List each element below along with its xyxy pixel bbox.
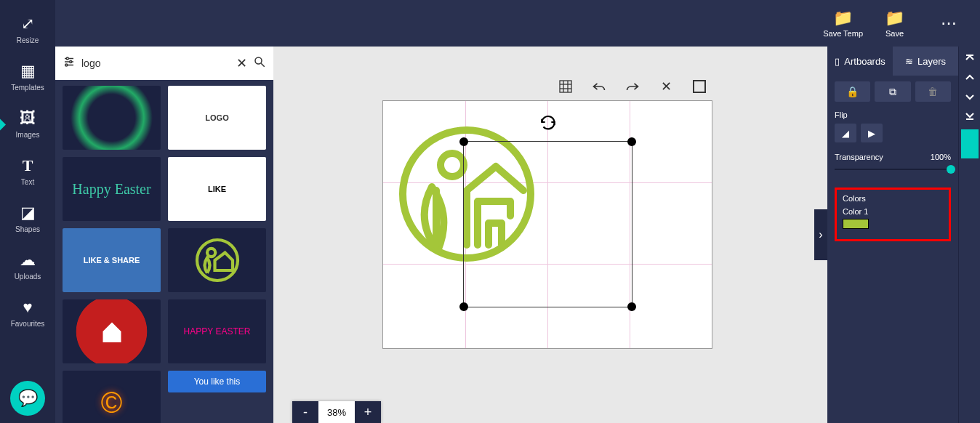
properties-panel: › ▯ Artboards ≋ Layers 🔒 ⧉ 🗑 Flip ◢ ▶ Tr… xyxy=(827,47,958,423)
colors-title: Colors xyxy=(843,194,943,203)
tab-artboards[interactable]: ▯ Artboards xyxy=(827,47,893,76)
right-rail xyxy=(958,47,980,423)
image-thumb[interactable]: LOGO xyxy=(168,86,266,150)
flip-h-icon: ◢ xyxy=(842,128,849,139)
image-thumb[interactable]: LIKE & SHARE xyxy=(63,228,161,292)
duplicate-button[interactable]: ⧉ xyxy=(875,81,910,102)
text-icon: T xyxy=(23,156,33,175)
grid-toggle-button[interactable] xyxy=(558,78,574,94)
flip-horizontal-button[interactable]: ◢ xyxy=(835,124,856,142)
nav-templates-label: Templates xyxy=(11,84,44,92)
color1-label: Color 1 xyxy=(843,207,943,216)
transparency-slider[interactable] xyxy=(835,169,951,170)
svg-point-1 xyxy=(66,57,68,60)
rail-move-bottom-button[interactable] xyxy=(961,108,979,125)
right-tabs: ▯ Artboards ≋ Layers xyxy=(827,47,958,76)
zoom-out-button[interactable]: - xyxy=(292,401,318,423)
folder-icon: 📁 xyxy=(885,9,904,28)
save-button[interactable]: 📁 Save xyxy=(885,9,904,38)
flip-vertical-button[interactable]: ▶ xyxy=(861,124,883,142)
image-thumb[interactable] xyxy=(63,299,161,363)
shapes-icon: ◪ xyxy=(20,204,36,222)
close-artboard-button[interactable]: ✕ xyxy=(658,78,674,94)
square-icon xyxy=(693,80,706,93)
image-thumb[interactable]: Happy Easter xyxy=(63,157,161,221)
image-thumb[interactable]: LIKE xyxy=(168,157,266,221)
chat-button[interactable]: 💬 xyxy=(10,381,45,416)
rotate-handle[interactable] xyxy=(539,113,558,135)
colors-section: Colors Color 1 xyxy=(835,188,951,241)
flip-label: Flip xyxy=(827,108,958,122)
save-temp-button[interactable]: 📁 Save Temp xyxy=(823,9,863,38)
svg-point-16 xyxy=(441,153,464,177)
lock-button[interactable]: 🔒 xyxy=(835,81,870,102)
folder-temp-icon: 📁 xyxy=(833,9,853,28)
zoom-in-button[interactable]: + xyxy=(355,401,381,423)
svg-point-9 xyxy=(207,249,215,257)
resize-handle-bl[interactable] xyxy=(459,302,468,311)
chevron-double-down-icon xyxy=(965,110,975,123)
nav-resize-label: Resize xyxy=(17,36,39,44)
topbar: 📁 Save Temp 📁 Save ⋯ xyxy=(0,0,980,47)
nav-text[interactable]: T Text xyxy=(0,149,55,196)
nav-resize[interactable]: ⤢ Resize xyxy=(0,7,55,55)
nav-shapes-label: Shapes xyxy=(15,225,40,233)
search-input[interactable] xyxy=(81,57,230,69)
transparency-value: 100% xyxy=(931,153,951,161)
zoom-control: - 38% + xyxy=(292,401,381,423)
nav-images-label: Images xyxy=(16,131,40,139)
more-menu-button[interactable]: ⋯ xyxy=(941,14,958,33)
filter-icon[interactable] xyxy=(63,55,76,72)
image-thumb[interactable]: You like this xyxy=(168,371,266,392)
left-nav: ⤢ Resize ▦ Templates 🖼 Images T Text ◪ S… xyxy=(0,0,55,423)
tab-layers[interactable]: ≋ Layers xyxy=(893,47,958,76)
slider-thumb[interactable] xyxy=(947,165,955,174)
delete-button[interactable]: 🗑 xyxy=(915,81,951,102)
color1-swatch[interactable] xyxy=(843,219,869,229)
nav-text-label: Text xyxy=(21,178,34,186)
rail-move-top-button[interactable] xyxy=(961,51,979,68)
image-thumb[interactable] xyxy=(168,228,266,292)
image-thumb[interactable]: HAPPY EASTER xyxy=(168,299,266,363)
selection-box[interactable] xyxy=(463,141,632,307)
action-row: 🔒 ⧉ 🗑 xyxy=(827,76,958,108)
copy-icon: ⧉ xyxy=(889,86,896,98)
flip-row: ◢ ▶ xyxy=(827,122,958,150)
search-icon[interactable] xyxy=(253,55,266,72)
expand-right-panel-button[interactable]: › xyxy=(814,209,827,260)
chat-icon: 💬 xyxy=(18,389,38,408)
nav-uploads[interactable]: ☁ Uploads xyxy=(0,243,55,291)
artboard[interactable] xyxy=(382,100,712,349)
canvas-area[interactable]: ✕ - 38% + xyxy=(273,47,827,423)
chevron-right-icon: › xyxy=(819,228,822,241)
chevron-up-icon xyxy=(965,73,975,85)
nav-templates[interactable]: ▦ Templates xyxy=(0,55,55,102)
background-color-button[interactable] xyxy=(691,78,707,94)
clear-search-button[interactable]: ✕ xyxy=(236,55,247,71)
zoom-value: 38% xyxy=(318,401,355,423)
artboards-icon: ▯ xyxy=(835,56,840,67)
transparency-slider-wrap xyxy=(827,164,958,183)
undo-button[interactable] xyxy=(591,78,607,94)
resize-handle-tl[interactable] xyxy=(459,137,468,146)
rail-move-up-button[interactable] xyxy=(961,70,979,87)
flip-v-icon: ▶ xyxy=(868,128,875,139)
redo-button[interactable] xyxy=(624,78,640,94)
image-thumb[interactable] xyxy=(63,86,161,150)
tab-artboards-label: Artboards xyxy=(844,56,885,67)
nav-images[interactable]: 🖼 Images xyxy=(0,102,55,149)
rail-active-tool[interactable] xyxy=(961,129,979,158)
trash-icon: 🗑 xyxy=(928,86,938,97)
nav-favourites[interactable]: ♥ Favourites xyxy=(0,291,55,338)
svg-point-3 xyxy=(70,60,72,63)
tab-layers-label: Layers xyxy=(917,56,946,67)
transparency-row: Transparency 100% xyxy=(827,150,958,164)
save-temp-label: Save Temp xyxy=(823,29,863,38)
nav-shapes[interactable]: ◪ Shapes xyxy=(0,196,55,243)
svg-line-7 xyxy=(261,63,265,67)
resize-handle-br[interactable] xyxy=(627,302,636,311)
images-side-panel: ✕ LOGO Happy Easter LIKE LIKE & SHARE HA… xyxy=(55,47,273,423)
resize-handle-tr[interactable] xyxy=(627,137,636,146)
image-thumb[interactable]: © xyxy=(63,371,161,423)
rail-move-down-button[interactable] xyxy=(961,89,979,106)
